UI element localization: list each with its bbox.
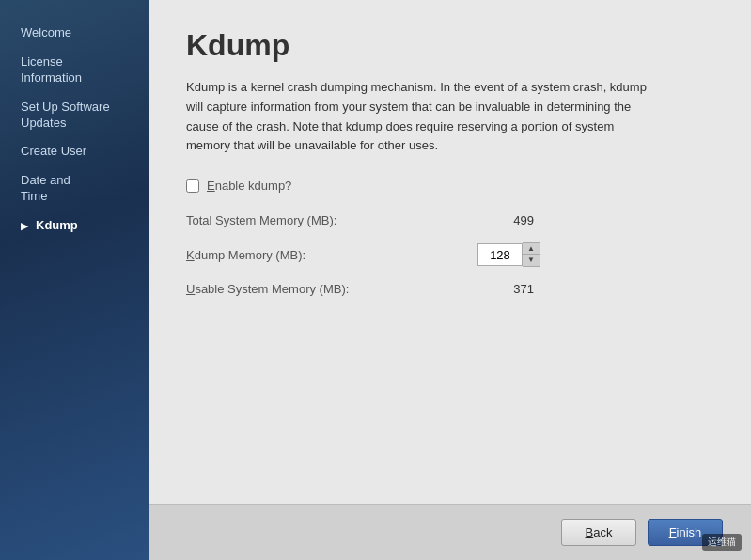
spinner-up-button[interactable]: ▲: [523, 243, 540, 255]
kdump-memory-input[interactable]: [477, 243, 523, 266]
kdump-memory-spinner: ▲ ▼: [477, 242, 540, 267]
main-content: Kdump Kdump is a kernel crash dumping me…: [149, 0, 751, 560]
sidebar-item-welcome[interactable]: Welcome: [0, 19, 149, 48]
sidebar-item-create-user[interactable]: Create User: [0, 137, 149, 166]
finish-button[interactable]: Finish: [648, 519, 723, 546]
sidebar-item-label: Welcome: [21, 25, 71, 41]
sidebar-item-label: LicenseInformation: [21, 54, 82, 86]
sidebar-item-label: Create User: [21, 144, 86, 160]
label-underline: U: [186, 282, 195, 296]
enable-kdump-checkbox[interactable]: [186, 179, 199, 193]
content-area: Kdump Kdump is a kernel crash dumping me…: [149, 0, 751, 504]
finish-underline: F: [669, 525, 677, 539]
bottom-bar: Back Finish: [149, 504, 751, 560]
sidebar: Welcome LicenseInformation Set Up Softwa…: [0, 0, 149, 560]
enable-kdump-underline: E: [207, 179, 215, 193]
usable-system-memory-label: Usable System Memory (MB):: [186, 282, 477, 296]
usable-system-memory-value: 371: [477, 282, 534, 296]
sidebar-item-set-up-software-updates[interactable]: Set Up SoftwareUpdates: [0, 93, 149, 138]
sidebar-item-label: Date andTime: [21, 173, 70, 205]
description: Kdump is a kernel crash dumping mechanis…: [186, 78, 647, 156]
sidebar-item-date-and-time[interactable]: Date andTime: [0, 166, 149, 211]
back-button[interactable]: Back: [561, 519, 636, 546]
back-underline: B: [586, 525, 594, 539]
total-system-memory-label: Total System Memory (MB):: [186, 213, 477, 227]
label-underline: K: [186, 248, 195, 262]
total-system-memory-row: Total System Memory (MB): 499: [186, 213, 713, 227]
sidebar-item-label: Set Up SoftwareUpdates: [21, 100, 110, 132]
total-system-memory-value: 499: [477, 213, 534, 227]
sidebar-item-kdump[interactable]: ▶ Kdump: [0, 211, 149, 241]
label-underline: T: [186, 213, 193, 227]
usable-system-memory-row: Usable System Memory (MB): 371: [186, 282, 713, 296]
kdump-memory-row: Kdump Memory (MB): ▲ ▼: [186, 242, 713, 267]
enable-kdump-label[interactable]: Enable kdump?: [207, 179, 291, 193]
active-arrow-icon: ▶: [21, 220, 28, 232]
page-title: Kdump: [186, 28, 713, 63]
spinner-down-button[interactable]: ▼: [523, 255, 540, 266]
enable-kdump-row: Enable kdump?: [186, 179, 713, 193]
sidebar-item-label: Kdump: [36, 218, 78, 234]
sidebar-item-license-information[interactable]: LicenseInformation: [0, 48, 149, 93]
kdump-memory-label: Kdump Memory (MB):: [186, 248, 477, 262]
spinner-buttons: ▲ ▼: [523, 242, 540, 267]
